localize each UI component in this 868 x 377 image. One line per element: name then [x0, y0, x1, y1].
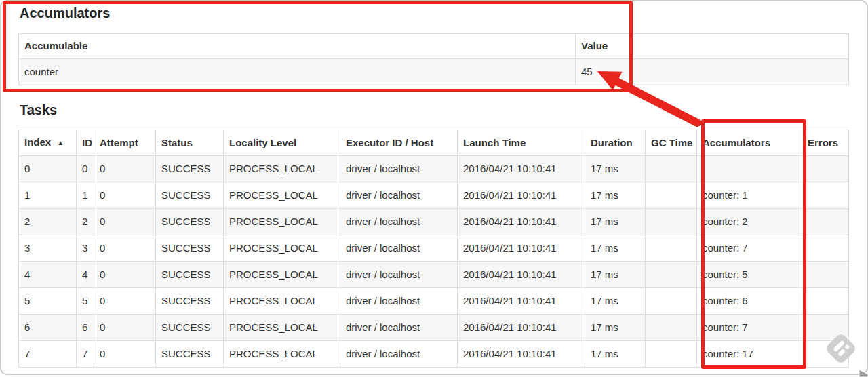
- task-status-cell: SUCCESS: [156, 209, 224, 235]
- task-gc-time-cell: [646, 156, 697, 182]
- task-attempt-cell: 0: [94, 235, 156, 262]
- task-gc-time-cell: [646, 341, 697, 368]
- task-duration-cell: 17 ms: [585, 288, 646, 315]
- task-locality-cell: PROCESS_LOCAL: [224, 156, 340, 182]
- task-gc-time-cell: [646, 315, 697, 341]
- task-launch-time-cell: 2016/04/21 10:10:41: [458, 262, 585, 288]
- id-column-header[interactable]: ID: [77, 130, 94, 156]
- task-id-cell: 3: [77, 235, 94, 262]
- task-attempt-cell: 0: [94, 209, 156, 235]
- task-executor-cell: driver / localhost: [340, 182, 458, 209]
- task-errors-cell: [802, 288, 849, 315]
- task-duration-cell: 17 ms: [585, 341, 646, 368]
- launch-time-column-header[interactable]: Launch Time: [458, 130, 585, 156]
- duration-column-header[interactable]: Duration: [585, 130, 646, 156]
- gc-time-column-header[interactable]: GC Time: [646, 130, 697, 156]
- index-header-label: Index: [24, 136, 51, 148]
- task-executor-cell: driver / localhost: [340, 315, 458, 341]
- task-id-cell: 1: [77, 182, 94, 209]
- task-locality-cell: PROCESS_LOCAL: [224, 341, 340, 368]
- task-errors-cell: [802, 156, 849, 182]
- executor-id-host-column-header[interactable]: Executor ID / Host: [340, 130, 458, 156]
- task-index-cell: 3: [19, 235, 77, 262]
- task-index-cell: 7: [19, 341, 77, 368]
- task-attempt-cell: 0: [94, 182, 156, 209]
- task-index-cell: 6: [19, 315, 77, 341]
- annotation-box-accumulators-summary: [3, 1, 633, 92]
- task-duration-cell: 17 ms: [585, 209, 646, 235]
- task-attempt-cell: 0: [94, 341, 156, 368]
- task-index-cell: 5: [19, 288, 77, 315]
- task-duration-cell: 17 ms: [585, 315, 646, 341]
- task-id-cell: 0: [77, 156, 94, 182]
- task-launch-time-cell: 2016/04/21 10:10:41: [458, 209, 585, 235]
- tasks-section-title: Tasks: [20, 102, 57, 118]
- task-id-cell: 2: [77, 209, 94, 235]
- task-index-cell: 2: [19, 209, 77, 235]
- task-gc-time-cell: [646, 209, 697, 235]
- task-duration-cell: 17 ms: [585, 235, 646, 262]
- task-executor-cell: driver / localhost: [340, 341, 458, 368]
- task-status-cell: SUCCESS: [156, 262, 224, 288]
- task-id-cell: 4: [77, 262, 94, 288]
- task-status-cell: SUCCESS: [156, 156, 224, 182]
- task-launch-time-cell: 2016/04/21 10:10:41: [458, 341, 585, 368]
- task-launch-time-cell: 2016/04/21 10:10:41: [458, 288, 585, 315]
- task-launch-time-cell: 2016/04/21 10:10:41: [458, 182, 585, 209]
- task-status-cell: SUCCESS: [156, 235, 224, 262]
- locality-level-column-header[interactable]: Locality Level: [224, 130, 340, 156]
- task-errors-cell: [802, 182, 849, 209]
- task-id-cell: 7: [77, 341, 94, 368]
- task-id-cell: 6: [77, 315, 94, 341]
- task-executor-cell: driver / localhost: [340, 288, 458, 315]
- task-locality-cell: PROCESS_LOCAL: [224, 262, 340, 288]
- task-errors-cell: [802, 235, 849, 262]
- task-locality-cell: PROCESS_LOCAL: [224, 235, 340, 262]
- task-errors-cell: [802, 209, 849, 235]
- index-column-header[interactable]: Index▲: [19, 130, 77, 156]
- task-index-cell: 1: [19, 182, 77, 209]
- task-launch-time-cell: 2016/04/21 10:10:41: [458, 156, 585, 182]
- task-executor-cell: driver / localhost: [340, 262, 458, 288]
- task-locality-cell: PROCESS_LOCAL: [224, 209, 340, 235]
- task-attempt-cell: 0: [94, 156, 156, 182]
- task-attempt-cell: 0: [94, 315, 156, 341]
- task-index-cell: 0: [19, 156, 77, 182]
- task-locality-cell: PROCESS_LOCAL: [224, 315, 340, 341]
- task-id-cell: 5: [77, 288, 94, 315]
- task-executor-cell: driver / localhost: [340, 156, 458, 182]
- attempt-column-header[interactable]: Attempt: [94, 130, 156, 156]
- task-duration-cell: 17 ms: [585, 182, 646, 209]
- task-status-cell: SUCCESS: [156, 315, 224, 341]
- task-gc-time-cell: [646, 182, 697, 209]
- task-launch-time-cell: 2016/04/21 10:10:41: [458, 235, 585, 262]
- task-executor-cell: driver / localhost: [340, 209, 458, 235]
- task-status-cell: SUCCESS: [156, 182, 224, 209]
- task-gc-time-cell: [646, 262, 697, 288]
- task-status-cell: SUCCESS: [156, 341, 224, 368]
- task-launch-time-cell: 2016/04/21 10:10:41: [458, 315, 585, 341]
- task-errors-cell: [802, 262, 849, 288]
- sort-ascending-icon: ▲: [57, 139, 64, 146]
- spark-stage-detail-page: Accumulators Accumulable Value counter 4…: [0, 0, 868, 377]
- errors-column-header[interactable]: Errors: [802, 130, 849, 156]
- task-locality-cell: PROCESS_LOCAL: [224, 182, 340, 209]
- task-status-cell: SUCCESS: [156, 288, 224, 315]
- task-locality-cell: PROCESS_LOCAL: [224, 288, 340, 315]
- annotation-box-accumulators-column: [701, 119, 806, 369]
- task-executor-cell: driver / localhost: [340, 235, 458, 262]
- task-gc-time-cell: [646, 288, 697, 315]
- task-index-cell: 4: [19, 262, 77, 288]
- status-column-header[interactable]: Status: [156, 130, 224, 156]
- task-attempt-cell: 0: [94, 262, 156, 288]
- task-duration-cell: 17 ms: [585, 262, 646, 288]
- task-attempt-cell: 0: [94, 288, 156, 315]
- task-duration-cell: 17 ms: [585, 156, 646, 182]
- task-gc-time-cell: [646, 235, 697, 262]
- annotation-tool-watermark-icon: [825, 332, 857, 365]
